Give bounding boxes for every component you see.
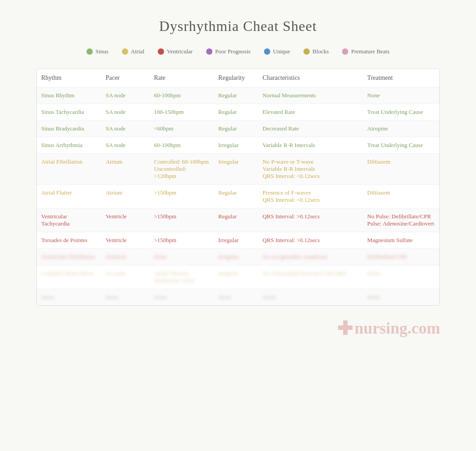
cell-pacer: SA node (101, 265, 150, 289)
page-title: Dysrhythmia Cheat Sheet (9, 18, 467, 35)
cell-regularity: Regular (214, 104, 258, 121)
legend-label-unique: Unique (273, 48, 290, 55)
table-row: Sinus TachycardiaSA node100-150bpmRegula… (37, 104, 439, 121)
cell-text-rhythm: Complete Heart Block (41, 270, 94, 277)
cell-pacer: Atrium (101, 185, 150, 208)
cell-text-rhythm: Sinus (41, 294, 54, 300)
cell-text-pacer: Sinus (106, 294, 119, 300)
cell-text-rhythm: Torsades de Pointes (41, 237, 87, 243)
table-row: SinusSinusSinusSinusSinusNone (37, 289, 439, 306)
cell-text-characteristics: Decreased Rate (263, 125, 299, 132)
table-row: Torsades de PointesVentricle>150bpmIrreg… (37, 232, 439, 249)
cell-pacer: Ventricle (101, 249, 150, 265)
cell-characteristics: No relationship between P and QRS (258, 265, 363, 289)
table-row: Sinus RhythmSA node60-100bpmRegularNorma… (37, 87, 439, 104)
legend-dot-ventricular (158, 48, 164, 55)
legend-dot-unique (264, 48, 270, 55)
legend-item-premature-beats: Premature Beats (342, 48, 389, 55)
cell-text-pacer: SA node (106, 270, 125, 277)
cell-treatment: Treat Underlying Cause (363, 104, 439, 121)
cell-text-treatment: No Pulse: Defibrillate/CPR (367, 213, 431, 220)
cell-rhythm: Sinus Tachycardia (37, 104, 101, 121)
cell-text-characteristics: Variable R-R Intervals (263, 142, 315, 148)
cell-text-characteristics: No P-wave or T-wave (263, 158, 314, 165)
cell-pacer: SA node (101, 137, 150, 154)
cell-treatment: Diltiazem (363, 185, 439, 208)
cell-text-regularity: Irregular (218, 253, 238, 260)
cell-text-pacer: SA node (106, 92, 125, 99)
cell-text-regularity: Irregular (218, 270, 238, 277)
table-row: Atrial FlutterAtrium>150bpmRegularPresen… (37, 185, 439, 208)
cell-treatment: Diltiazem (363, 154, 439, 185)
cell-characteristics: Elevated Rate (258, 104, 363, 121)
legend-label-sinus: Sinus (95, 48, 108, 55)
cell-rate: None (149, 249, 214, 265)
cell-treatment: None (363, 289, 439, 306)
cell-text-treatment: Atropine (367, 125, 388, 132)
header-pacer: Pacer (101, 69, 150, 87)
cell-rate: >150bpm (149, 185, 214, 208)
cell-text-rate: 60-100bpm (154, 142, 181, 148)
cell-text-rate: Sinus (154, 294, 167, 300)
cell-rhythm: Ventricular Fibrillation (37, 249, 101, 265)
cell-rate: >150bpm (149, 232, 214, 249)
cell-text-rhythm: Sinus Rhythm (41, 92, 74, 99)
cell-text-rhythm: Ventricular Fibrillation (41, 253, 95, 260)
cell-text-rate: <60bpm (154, 125, 173, 132)
cell-text-rate: Ventricular: Slow (154, 277, 195, 284)
cell-text-characteristics: Elevated Rate (263, 108, 295, 115)
cell-text-characteristics: Variable R-R Intervals (263, 165, 315, 172)
cell-characteristics: No recognizable complexes (258, 249, 363, 265)
cell-regularity: Regular (214, 185, 258, 208)
cell-text-characteristics: Presence of F-waves (263, 189, 311, 196)
page-container: Dysrhythmia Cheat Sheet SinusAtrialVentr… (0, 0, 476, 364)
cell-regularity: Irregular (214, 137, 258, 154)
cell-rhythm: Sinus (37, 289, 101, 306)
watermark: ✚ nursing.com (337, 317, 440, 339)
cell-rhythm: Ventricular Tachycardia (37, 208, 101, 232)
cell-rate: <60bpm (149, 121, 214, 137)
cell-text-pacer: Atrium (106, 158, 123, 165)
cell-characteristics: Presence of F-wavesQRS Interval: <0.12se… (258, 185, 363, 208)
cell-text-treatment: Diltiazem (367, 189, 390, 196)
header-treatment: Treatment (363, 69, 439, 87)
cell-text-rate: >150bpm (154, 237, 176, 243)
cell-text-characteristics: QRS Interval: >0.12secs (263, 237, 320, 243)
cell-text-regularity: Regular (218, 189, 237, 196)
legend-label-atrial: Atrial (131, 48, 144, 55)
table-row: Complete Heart BlockSA nodeAtrial: Norma… (37, 265, 439, 289)
cell-pacer: Ventricle (101, 232, 150, 249)
cell-text-treatment: Treat Underlying Cause (367, 142, 423, 148)
cell-rate: 60-100bpm (149, 87, 214, 104)
cell-text-rhythm: Atrial Flutter (41, 189, 72, 196)
legend-dot-blocks (303, 48, 310, 55)
cell-pacer: Atrium (101, 154, 150, 185)
cell-characteristics: QRS Interval: >0.12secs (258, 232, 363, 249)
cell-pacer: SA node (101, 104, 150, 121)
cell-regularity: Irregular (214, 265, 258, 289)
cell-characteristics: Sinus (258, 289, 363, 306)
cell-text-characteristics: Sinus (263, 294, 276, 300)
legend-item-atrial: Atrial (122, 48, 144, 55)
cell-text-treatment: Magnesium Sulfate (367, 237, 412, 243)
cell-rate: Sinus (149, 289, 214, 306)
cell-treatment: None (363, 265, 439, 289)
legend-item-unique: Unique (264, 48, 290, 55)
table-row: Ventricular TachycardiaVentricle>150bpmR… (37, 208, 439, 232)
cell-text-treatment: Diltiazem (367, 158, 390, 165)
table-row: Atrial FibrillationAtriumControlled: 60-… (37, 154, 439, 185)
legend-dot-poor-prognosis (206, 48, 212, 55)
watermark-area: ✚ nursing.com (9, 310, 467, 346)
cell-characteristics: No P-wave or T-waveVariable R-R Interval… (258, 154, 363, 185)
cell-text-pacer: Atrium (106, 189, 123, 196)
cell-text-regularity: Regular (218, 92, 237, 99)
cell-text-characteristics: QRS Interval: <0.12secs (263, 196, 320, 203)
cell-text-pacer: SA node (106, 108, 125, 115)
cell-text-treatment: None (367, 270, 380, 277)
dysrhythmia-table: Rhythm Pacer Rate Regularity Characteris… (37, 69, 439, 305)
table-container: Rhythm Pacer Rate Regularity Characteris… (36, 69, 440, 306)
watermark-text: nursing.com (355, 319, 440, 338)
cell-regularity: Regular (214, 87, 258, 104)
cell-characteristics: Variable R-R Intervals (258, 137, 363, 154)
cell-text-rate: Controlled: 60-100bpm (154, 158, 208, 165)
